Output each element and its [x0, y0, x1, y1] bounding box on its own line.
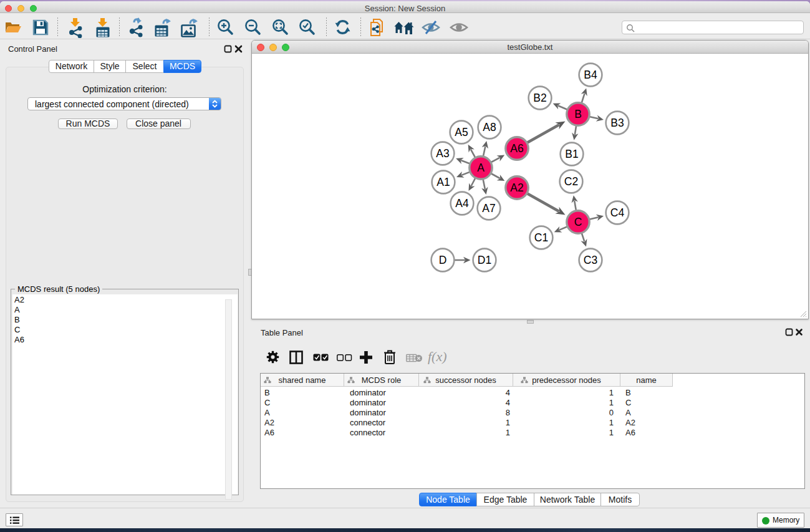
- svg-text:B2: B2: [533, 92, 546, 104]
- svg-text:A6: A6: [510, 142, 523, 155]
- svg-text:A7: A7: [482, 202, 495, 215]
- svg-text:B: B: [574, 108, 582, 120]
- svg-text:A: A: [477, 162, 485, 174]
- svg-text:A1: A1: [436, 176, 450, 188]
- svg-text:A8: A8: [483, 121, 496, 133]
- svg-text:B1: B1: [565, 148, 578, 160]
- svg-text:B4: B4: [584, 69, 597, 81]
- svg-text:C: C: [574, 216, 582, 228]
- svg-text:D1: D1: [478, 254, 491, 266]
- svg-text:A2: A2: [510, 181, 523, 194]
- svg-text:A5: A5: [455, 126, 468, 138]
- svg-text:C3: C3: [584, 254, 597, 266]
- svg-text:A3: A3: [436, 147, 449, 160]
- svg-text:D: D: [439, 254, 447, 266]
- svg-text:C2: C2: [564, 175, 578, 188]
- svg-text:A4: A4: [455, 197, 469, 210]
- svg-text:B3: B3: [610, 117, 624, 129]
- svg-text:C1: C1: [534, 231, 548, 244]
- svg-text:C4: C4: [610, 206, 625, 219]
